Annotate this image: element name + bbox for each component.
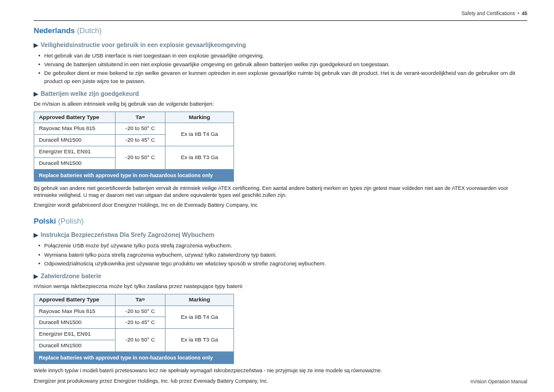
section-title-polish: Polski (Polish)	[34, 216, 527, 226]
td-ta: -20 to 50° C	[116, 123, 166, 135]
list-item: Odpowiedzialnością użytkownika jest używ…	[44, 260, 527, 267]
subhead-batteries-polish: ▶Zatwierdzone baterie	[34, 272, 527, 280]
td-type: Rayovac Max Plus 815	[34, 123, 116, 135]
triangle-icon: ▶	[34, 273, 38, 279]
bullet-list-dutch: Het gebruik van de USB interface is niet…	[34, 52, 527, 85]
td-marking: Ex ia IIB T4 Ga	[166, 305, 234, 329]
footer-manual: nVision Operation Manual	[470, 379, 527, 385]
th-marking: Marking	[166, 112, 234, 123]
td-type: Rayovac Max Plus 815	[34, 305, 116, 317]
subhead-batteries-dutch-text: Batterijen welke zijn goedgekeurd	[41, 90, 139, 97]
lang-paren-dutch: (Dutch)	[77, 26, 102, 35]
table-notice: Replace batteries with approved type in …	[34, 169, 234, 181]
bullet-list-polish: Połączenie USB może być używane tylko po…	[34, 242, 527, 267]
td-ta: -20 to 50° C	[116, 146, 166, 170]
td-type: Duracell MN1500	[34, 317, 116, 329]
section-title-dutch: Nederlands (Dutch)	[34, 26, 527, 36]
th-type: Approved Battery Type	[34, 294, 116, 305]
td-marking: Ex ia IIB T4 Ga	[166, 123, 234, 146]
subhead-safety-polish: ▶Instrukcja Bezpieczeństwa Dla Srefy Zag…	[34, 231, 527, 239]
battery-table-polish: Approved Battery Type Ta= Marking Rayova…	[34, 294, 234, 364]
th-marking: Marking	[166, 294, 234, 305]
para-after-table-dutch-2: Energizer wordt gefabriceerd door Energi…	[34, 202, 527, 209]
td-type: Duracell MN1500	[34, 135, 116, 146]
td-marking: Ex ia IIB T3 Ga	[166, 329, 234, 352]
th-ta: Ta=	[116, 112, 166, 123]
header-dot: •	[517, 10, 519, 16]
triangle-icon: ▶	[34, 42, 38, 48]
list-item: Het gebruik van de USB interface is niet…	[44, 52, 527, 59]
th-ta: Ta=	[116, 294, 166, 305]
td-type: Duracell MN1500	[34, 340, 116, 352]
th-type: Approved Battery Type	[34, 112, 116, 123]
triangle-icon: ▶	[34, 232, 38, 238]
para-after-table-dutch-1: Bij gebruik van andere niet gecertificee…	[34, 185, 527, 199]
list-item: De gebruiker dient er mee bekend te zijn…	[44, 69, 527, 85]
battery-table-dutch: Approved Battery Type Ta= Marking Rayova…	[34, 112, 234, 182]
td-type: Energizer E91, EN91	[34, 146, 116, 158]
header-section: Safety and Certifications	[462, 10, 515, 16]
page-number: 45	[522, 10, 527, 16]
td-type: Duracell MN1500	[34, 157, 116, 169]
td-ta: -20 to 45° C	[116, 135, 166, 146]
intro-batteries-dutch: De nVision is alleen intrinsiek veilig b…	[34, 100, 527, 108]
lang-name-dutch: Nederlands	[34, 26, 75, 35]
list-item: Vervang de batterijen uitsluitend in een…	[44, 60, 527, 68]
subhead-safety-dutch: ▶Veiligheidsinstructie voor gebruik in e…	[34, 41, 527, 49]
table-notice: Replace batteries with approved type in …	[34, 351, 234, 364]
triangle-icon: ▶	[34, 91, 38, 97]
lang-paren-polish: (Polish)	[58, 217, 84, 225]
lang-name-polish: Polski	[34, 217, 56, 225]
list-item: Wymiana baterii tylko poza strefą zagroż…	[44, 251, 527, 258]
para-after-table-polish-1: Wiele innych typów i modeli baterii prze…	[34, 368, 527, 375]
page-header: Safety and Certifications • 45	[34, 10, 527, 17]
subhead-safety-dutch-text: Veiligheidsinstructie voor gebruik in ee…	[41, 41, 246, 48]
td-ta: -20 to 50° C	[116, 329, 166, 352]
subhead-safety-polish-text: Instrukcja Bezpieczeństwa Dla Srefy Zagr…	[41, 231, 214, 238]
td-ta: -20 to 45° C	[116, 317, 166, 329]
subhead-batteries-polish-text: Zatwierdzone baterie	[41, 272, 101, 279]
header-rule	[34, 20, 527, 21]
intro-batteries-polish: nVision wersja Iskrbezpieczna może być t…	[34, 283, 527, 290]
td-ta: -20 to 50° C	[116, 305, 166, 317]
td-type: Energizer E91, EN91	[34, 329, 116, 340]
td-marking: Ex ia IIB T3 Ga	[166, 146, 234, 170]
subhead-batteries-dutch: ▶Batterijen welke zijn goedgekeurd	[34, 89, 527, 98]
para-after-table-polish-2: Energizer jest produkowany przez Energiz…	[34, 378, 527, 385]
list-item: Połączenie USB może być używane tylko po…	[44, 242, 527, 249]
